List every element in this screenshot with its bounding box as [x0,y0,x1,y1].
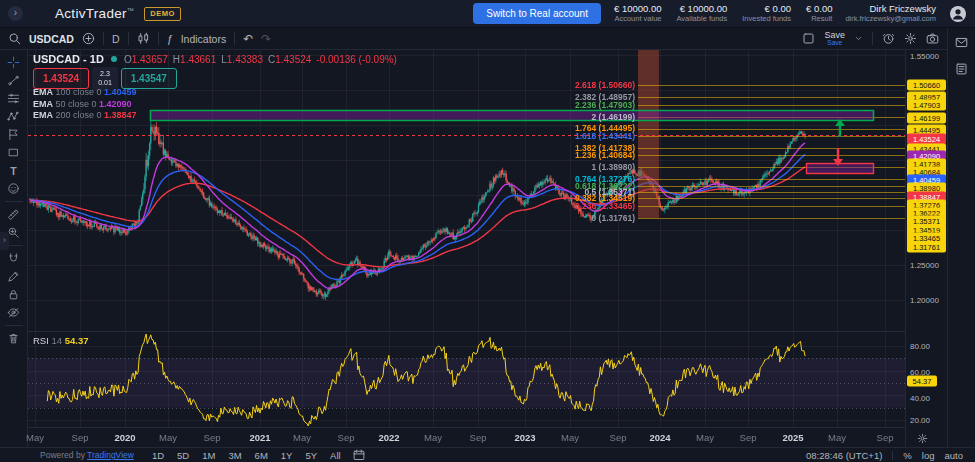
time-axis-label: 2023 [514,432,535,443]
fib-retracement-tool-icon[interactable] [4,91,24,106]
ema-legend-row[interactable]: EMA 100 close 0 1.40459 [33,87,137,99]
stat-label: Result [806,15,832,24]
logo-text: ActivTrader [55,6,127,21]
text-tool-icon[interactable]: T [4,163,24,178]
price-axis-label: 1.25000 [910,261,939,270]
buy-button[interactable]: 1.43547 [121,68,177,89]
go-to-date-calendar-icon[interactable] [353,449,365,461]
emoji-tool-icon[interactable] [4,181,24,196]
layout-square-icon[interactable] [802,32,815,45]
xabcd-pattern-tool-icon[interactable] [4,109,24,124]
range-button-1y[interactable]: 1Y [275,450,299,461]
chart-column: USDCAD D ƒ Indicators ↶ ↷ [0,28,947,447]
fib-level-label: 1.618 (1.43441) [575,131,635,141]
range-button-1m[interactable]: 1M [196,450,221,461]
messages-envelope-icon[interactable] [954,36,969,49]
ema-legend-row[interactable]: EMA 200 close 0 1.38847 [33,110,137,122]
lock-tool-icon[interactable] [4,287,24,302]
fib-level-label: 2.236 (1.47903) [575,100,635,110]
price-axis[interactable]: 1.550001.506601.489571.479031.461991.444… [905,50,947,447]
toolbar-right: Save Save [802,31,939,47]
ema-value: 1.38847 [104,110,137,120]
fib-level-label: 1.236 (1.40684) [575,150,635,160]
time-axis-label: 2025 [782,432,803,443]
range-buttons: 1D5D1M3M6M1Y5YAll [146,450,347,461]
ema-legend-row[interactable]: EMA 50 close 0 1.42090 [33,99,137,111]
settings-gear-icon[interactable] [904,32,917,45]
close-value: 1.43524 [275,54,311,65]
symbol-search-icon[interactable] [8,32,21,45]
open-label: O [124,54,132,65]
stat-value: € 0.00 [806,4,832,15]
header-right: Switch to Real account € 10000.00Account… [473,3,967,24]
alert-clock-icon[interactable] [882,32,895,45]
price-chart-canvas[interactable] [28,50,905,447]
rsi-legend[interactable]: RSI 14 54.37 [33,335,88,346]
range-button-3m[interactable]: 3M [222,450,247,461]
account-stat: € 0.00Invested funds [742,4,791,24]
axis-settings-gear-icon[interactable] [917,433,928,444]
interval-button[interactable]: D [112,33,120,45]
time-axis[interactable]: MaySep2020MaySep2021MaySep2022MaySep2023… [28,427,905,447]
account-stat: € 10000.00Available funds [677,4,728,24]
object-tree-expand-arrow-icon[interactable]: › [0,232,9,250]
right-side-strip [947,28,975,447]
time-axis-label: 2024 [649,432,670,443]
ruler-tool-icon[interactable] [4,207,24,222]
toolbar-separator [872,32,873,45]
eye-off-tool-icon[interactable] [4,305,24,320]
undo-button[interactable]: ↶ [243,32,253,46]
symbol-name[interactable]: USDCAD [29,33,74,45]
panel-collapse-arrow-icon[interactable]: › [8,6,23,21]
draw-tool-icon[interactable] [4,269,24,284]
crosshair-tool-icon[interactable] [4,55,24,70]
rectangle-tool-icon[interactable] [4,145,24,160]
auto-scale-button[interactable]: auto [945,450,964,461]
range-button-1d[interactable]: 1D [146,450,170,461]
magnet-tool-icon[interactable] [4,251,24,266]
trend-line-tool-icon[interactable] [4,73,24,88]
log-scale-button[interactable]: log [922,450,935,461]
screenshot-camera-icon[interactable] [926,32,939,45]
range-button-6m[interactable]: 6M [249,450,274,461]
time-axis-label: May [159,432,177,443]
price-axis-label: 80.00 [910,342,930,351]
user-info[interactable]: Dirk Friczewsky dirk.friczewsky@gmail.co… [845,4,936,24]
fib-level-label: 0 (1.31761) [592,213,635,223]
main-row: T USDCAD - 1D O1.43657 H1.43661 L1.43383… [0,50,947,447]
sell-button[interactable]: 1.43524 [33,68,89,89]
time-axis-label: 2022 [378,432,399,443]
time-axis-label: Sep [72,432,89,443]
time-axis-label: May [696,432,714,443]
time-axis-label: May [828,432,846,443]
chart-area: USDCAD - 1D O1.43657 H1.43661 L1.43383 C… [28,50,905,447]
indicators-button[interactable]: Indicators [181,33,227,45]
footer: Powered by TradingView 1D5D1M3M6M1Y5YAll… [0,447,975,462]
clock[interactable]: 08:28:46 (UTC+1) [806,450,882,461]
fib-level-label: 1 (1.38980) [592,162,635,172]
price-axis-label: 54.37 [907,376,937,387]
range-button-5d[interactable]: 5D [171,450,195,461]
forecast-tool-icon[interactable] [4,127,24,142]
account-stat: € 10000.00Account value [614,4,662,24]
powered-by-text: Powered by [40,450,85,460]
range-button-5y[interactable]: 5Y [299,450,323,461]
percent-scale-button[interactable]: % [903,450,911,461]
trash-tool-icon[interactable] [4,331,24,346]
avatar[interactable] [949,5,967,23]
chart-style-candles-icon[interactable] [137,32,150,45]
range-button-all[interactable]: All [324,450,347,461]
time-axis-label: 2020 [114,432,135,443]
news-icon[interactable] [955,62,968,76]
powered-by: Powered by TradingView [40,450,134,460]
redo-button[interactable]: ↷ [261,32,271,46]
switch-to-real-account-button[interactable]: Switch to Real account [473,3,601,24]
save-button[interactable]: Save Save [824,31,845,47]
chart-legend: USDCAD - 1D O1.43657 H1.43661 L1.43383 C… [33,53,397,65]
price-axis-label: 1.47903 [907,100,946,111]
chevron-down-icon[interactable] [854,34,863,43]
tradingview-link[interactable]: TradingView [87,450,134,460]
legend-symbol-interval[interactable]: USDCAD - 1D [33,53,104,65]
compare-add-symbol-icon[interactable] [82,32,95,45]
price-axis-label: 1.55000 [910,52,939,61]
